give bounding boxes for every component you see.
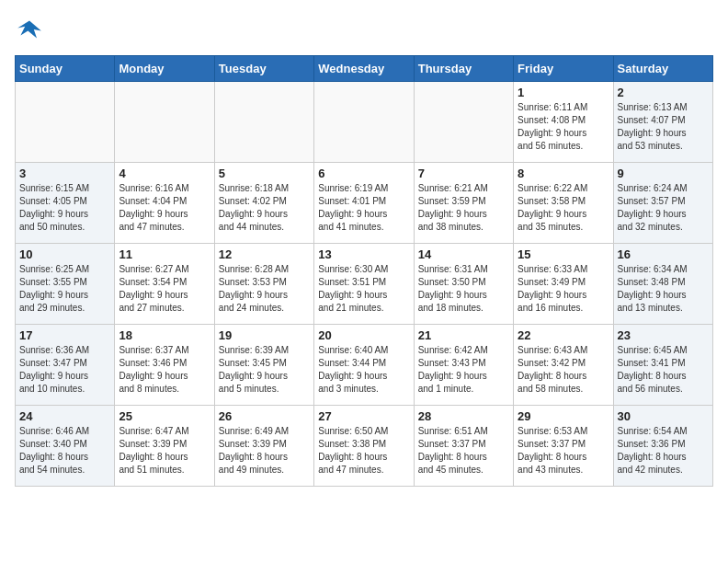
day-number: 17 xyxy=(19,328,110,342)
calendar-cell xyxy=(414,82,513,163)
day-number: 28 xyxy=(418,409,509,423)
day-detail: Sunrise: 6:16 AM Sunset: 4:04 PM Dayligh… xyxy=(119,182,210,234)
day-number: 16 xyxy=(618,247,709,261)
header xyxy=(15,15,713,44)
day-number: 14 xyxy=(418,247,509,261)
calendar-cell xyxy=(16,82,115,163)
day-number: 8 xyxy=(518,167,609,180)
day-number: 25 xyxy=(119,409,210,423)
calendar-week-row: 3Sunrise: 6:15 AM Sunset: 4:05 PM Daylig… xyxy=(16,163,713,244)
day-number: 7 xyxy=(418,167,509,180)
day-detail: Sunrise: 6:50 AM Sunset: 3:38 PM Dayligh… xyxy=(318,425,409,477)
column-header-tuesday: Tuesday xyxy=(214,56,313,82)
day-detail: Sunrise: 6:54 AM Sunset: 3:36 PM Dayligh… xyxy=(618,425,709,477)
day-detail: Sunrise: 6:24 AM Sunset: 3:57 PM Dayligh… xyxy=(618,182,709,234)
calendar-cell: 6Sunrise: 6:19 AM Sunset: 4:01 PM Daylig… xyxy=(314,163,414,244)
calendar-cell: 15Sunrise: 6:33 AM Sunset: 3:49 PM Dayli… xyxy=(514,244,613,325)
calendar-cell: 18Sunrise: 6:37 AM Sunset: 3:46 PM Dayli… xyxy=(115,325,214,406)
day-number: 15 xyxy=(518,247,609,261)
day-number: 22 xyxy=(518,328,609,342)
logo xyxy=(15,15,48,44)
calendar-cell: 4Sunrise: 6:16 AM Sunset: 4:04 PM Daylig… xyxy=(115,163,214,244)
column-header-sunday: Sunday xyxy=(16,56,115,82)
day-number: 6 xyxy=(318,167,409,180)
calendar-cell xyxy=(115,82,214,163)
day-detail: Sunrise: 6:30 AM Sunset: 3:51 PM Dayligh… xyxy=(318,263,409,315)
day-detail: Sunrise: 6:22 AM Sunset: 3:58 PM Dayligh… xyxy=(518,182,609,234)
calendar-week-row: 24Sunrise: 6:46 AM Sunset: 3:40 PM Dayli… xyxy=(16,406,713,487)
calendar-cell: 5Sunrise: 6:18 AM Sunset: 4:02 PM Daylig… xyxy=(214,163,313,244)
day-detail: Sunrise: 6:25 AM Sunset: 3:55 PM Dayligh… xyxy=(19,263,110,315)
day-detail: Sunrise: 6:15 AM Sunset: 4:05 PM Dayligh… xyxy=(19,182,110,234)
day-detail: Sunrise: 6:45 AM Sunset: 3:41 PM Dayligh… xyxy=(618,344,709,396)
calendar-cell: 30Sunrise: 6:54 AM Sunset: 3:36 PM Dayli… xyxy=(613,406,712,487)
logo-icon xyxy=(15,15,44,44)
day-detail: Sunrise: 6:36 AM Sunset: 3:47 PM Dayligh… xyxy=(19,344,110,396)
day-detail: Sunrise: 6:47 AM Sunset: 3:39 PM Dayligh… xyxy=(119,425,210,477)
calendar-cell: 9Sunrise: 6:24 AM Sunset: 3:57 PM Daylig… xyxy=(613,163,712,244)
day-number: 30 xyxy=(618,409,709,423)
calendar-cell: 26Sunrise: 6:49 AM Sunset: 3:39 PM Dayli… xyxy=(214,406,313,487)
day-detail: Sunrise: 6:40 AM Sunset: 3:44 PM Dayligh… xyxy=(318,344,409,396)
calendar-cell: 27Sunrise: 6:50 AM Sunset: 3:38 PM Dayli… xyxy=(314,406,414,487)
calendar-week-row: 10Sunrise: 6:25 AM Sunset: 3:55 PM Dayli… xyxy=(16,244,713,325)
calendar-cell: 3Sunrise: 6:15 AM Sunset: 4:05 PM Daylig… xyxy=(16,163,115,244)
calendar-cell: 17Sunrise: 6:36 AM Sunset: 3:47 PM Dayli… xyxy=(16,325,115,406)
day-number: 10 xyxy=(19,247,110,261)
day-number: 23 xyxy=(618,328,709,342)
day-detail: Sunrise: 6:43 AM Sunset: 3:42 PM Dayligh… xyxy=(518,344,609,396)
day-number: 29 xyxy=(518,409,609,423)
calendar-cell: 12Sunrise: 6:28 AM Sunset: 3:53 PM Dayli… xyxy=(214,244,313,325)
calendar-cell: 22Sunrise: 6:43 AM Sunset: 3:42 PM Dayli… xyxy=(514,325,613,406)
calendar-cell: 24Sunrise: 6:46 AM Sunset: 3:40 PM Dayli… xyxy=(16,406,115,487)
calendar-cell: 13Sunrise: 6:30 AM Sunset: 3:51 PM Dayli… xyxy=(314,244,414,325)
day-detail: Sunrise: 6:18 AM Sunset: 4:02 PM Dayligh… xyxy=(219,182,310,234)
day-detail: Sunrise: 6:39 AM Sunset: 3:45 PM Dayligh… xyxy=(219,344,310,396)
day-detail: Sunrise: 6:53 AM Sunset: 3:37 PM Dayligh… xyxy=(518,425,609,477)
calendar-cell: 29Sunrise: 6:53 AM Sunset: 3:37 PM Dayli… xyxy=(514,406,613,487)
column-header-wednesday: Wednesday xyxy=(314,56,414,82)
day-number: 5 xyxy=(219,167,310,180)
calendar-cell: 16Sunrise: 6:34 AM Sunset: 3:48 PM Dayli… xyxy=(613,244,712,325)
day-detail: Sunrise: 6:11 AM Sunset: 4:08 PM Dayligh… xyxy=(518,101,609,153)
calendar-cell: 20Sunrise: 6:40 AM Sunset: 3:44 PM Dayli… xyxy=(314,325,414,406)
day-detail: Sunrise: 6:21 AM Sunset: 3:59 PM Dayligh… xyxy=(418,182,509,234)
day-detail: Sunrise: 6:42 AM Sunset: 3:43 PM Dayligh… xyxy=(418,344,509,396)
day-detail: Sunrise: 6:49 AM Sunset: 3:39 PM Dayligh… xyxy=(219,425,310,477)
column-header-saturday: Saturday xyxy=(613,56,712,82)
calendar-cell: 25Sunrise: 6:47 AM Sunset: 3:39 PM Dayli… xyxy=(115,406,214,487)
day-detail: Sunrise: 6:37 AM Sunset: 3:46 PM Dayligh… xyxy=(119,344,210,396)
day-detail: Sunrise: 6:28 AM Sunset: 3:53 PM Dayligh… xyxy=(219,263,310,315)
day-detail: Sunrise: 6:46 AM Sunset: 3:40 PM Dayligh… xyxy=(19,425,110,477)
calendar-cell: 10Sunrise: 6:25 AM Sunset: 3:55 PM Dayli… xyxy=(16,244,115,325)
day-detail: Sunrise: 6:33 AM Sunset: 3:49 PM Dayligh… xyxy=(518,263,609,315)
day-detail: Sunrise: 6:51 AM Sunset: 3:37 PM Dayligh… xyxy=(418,425,509,477)
day-number: 1 xyxy=(518,86,609,99)
calendar-header-row: SundayMondayTuesdayWednesdayThursdayFrid… xyxy=(16,56,713,82)
day-number: 3 xyxy=(19,167,110,180)
day-detail: Sunrise: 6:34 AM Sunset: 3:48 PM Dayligh… xyxy=(618,263,709,315)
day-number: 11 xyxy=(119,247,210,261)
calendar-cell xyxy=(214,82,313,163)
calendar-cell: 14Sunrise: 6:31 AM Sunset: 3:50 PM Dayli… xyxy=(414,244,513,325)
day-number: 18 xyxy=(119,328,210,342)
calendar-table: SundayMondayTuesdayWednesdayThursdayFrid… xyxy=(15,55,713,487)
calendar-cell: 1Sunrise: 6:11 AM Sunset: 4:08 PM Daylig… xyxy=(514,82,613,163)
day-detail: Sunrise: 6:27 AM Sunset: 3:54 PM Dayligh… xyxy=(119,263,210,315)
day-number: 4 xyxy=(119,167,210,180)
column-header-monday: Monday xyxy=(115,56,214,82)
day-number: 9 xyxy=(618,167,709,180)
svg-marker-0 xyxy=(17,20,41,38)
day-detail: Sunrise: 6:31 AM Sunset: 3:50 PM Dayligh… xyxy=(418,263,509,315)
day-number: 27 xyxy=(318,409,409,423)
day-number: 19 xyxy=(219,328,310,342)
calendar-cell xyxy=(314,82,414,163)
calendar-cell: 2Sunrise: 6:13 AM Sunset: 4:07 PM Daylig… xyxy=(613,82,712,163)
column-header-thursday: Thursday xyxy=(414,56,513,82)
day-number: 24 xyxy=(19,409,110,423)
calendar-cell: 21Sunrise: 6:42 AM Sunset: 3:43 PM Dayli… xyxy=(414,325,513,406)
calendar-cell: 8Sunrise: 6:22 AM Sunset: 3:58 PM Daylig… xyxy=(514,163,613,244)
day-number: 13 xyxy=(318,247,409,261)
day-number: 2 xyxy=(618,86,709,99)
calendar-cell: 11Sunrise: 6:27 AM Sunset: 3:54 PM Dayli… xyxy=(115,244,214,325)
